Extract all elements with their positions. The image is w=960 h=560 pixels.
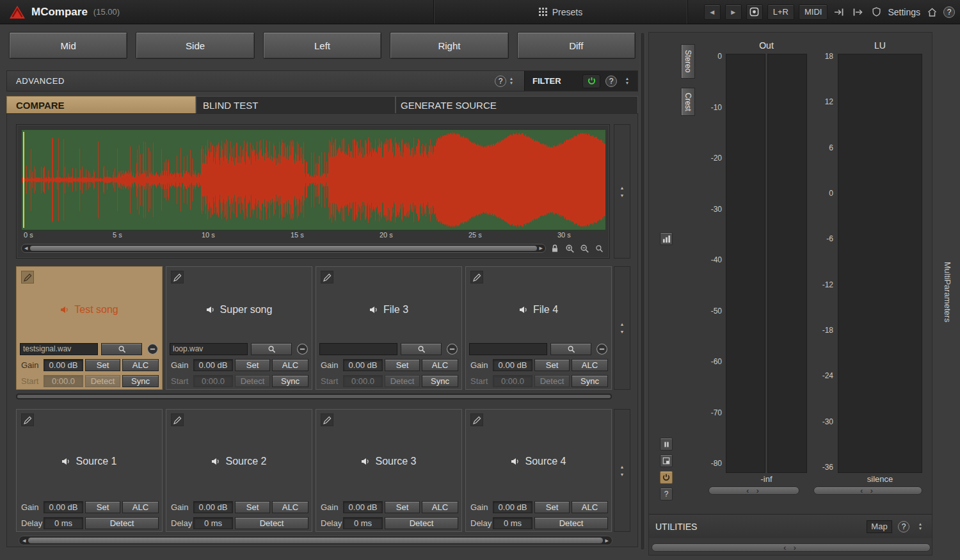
filter-help-icon[interactable]: ? xyxy=(605,76,617,87)
alc-button[interactable]: ALC xyxy=(272,501,308,513)
gain-value[interactable]: 0.00 dB xyxy=(343,359,383,371)
meter-bars-icon[interactable] xyxy=(660,232,673,245)
gain-set-button[interactable]: Set xyxy=(534,359,570,371)
sync-button[interactable]: Sync xyxy=(122,375,159,387)
edit-name-icon[interactable] xyxy=(171,413,184,426)
alc-button[interactable]: ALC xyxy=(422,501,458,513)
gain-set-button[interactable]: Set xyxy=(235,359,270,371)
source-panel-2[interactable]: Source 2 Gain 0.00 dB Set ALC Delay 0 ms… xyxy=(166,409,312,532)
browse-icon[interactable] xyxy=(101,343,142,355)
alc-button[interactable]: ALC xyxy=(122,501,159,513)
random-preset-icon[interactable] xyxy=(746,4,763,20)
remove-file-icon[interactable] xyxy=(146,342,159,355)
edit-name-icon[interactable] xyxy=(470,413,483,426)
file-panel-1[interactable]: Test song Gain 0.00 dB Set ALC Start 0:0… xyxy=(16,266,163,390)
out-meter-right-bar[interactable] xyxy=(767,54,807,473)
tab-compare[interactable]: COMPARE xyxy=(6,96,196,113)
sync-button[interactable]: Sync xyxy=(572,375,608,387)
gain-value[interactable]: 0.00 dB xyxy=(193,501,233,513)
advanced-stepper[interactable]: ▲ ▼ xyxy=(506,77,516,85)
delay-value[interactable]: 0 ms xyxy=(193,517,233,529)
files-scroll-thumb[interactable] xyxy=(17,395,611,398)
tab-blind-test[interactable]: BLIND TEST xyxy=(196,96,396,113)
out-meter[interactable] xyxy=(726,54,807,473)
channel-left-button[interactable]: Left xyxy=(263,32,381,59)
gain-value[interactable]: 0.00 dB xyxy=(493,501,532,513)
lu-meter-bar[interactable] xyxy=(838,54,922,473)
file-panel-4[interactable]: File 4 Gain 0.00 dB Set ALC Start 0:00.0… xyxy=(465,266,612,390)
utilities-stepper[interactable]: ▲ ▼ xyxy=(915,522,925,531)
gain-set-button[interactable]: Set xyxy=(385,501,420,513)
file-title[interactable]: File 4 xyxy=(466,304,611,316)
signal-out-icon[interactable] xyxy=(851,4,865,20)
tab-generate-source[interactable]: GENERATE SOURCE xyxy=(396,96,638,113)
delay-value[interactable]: 0 ms xyxy=(493,517,532,529)
previous-preset-button[interactable]: ◀ xyxy=(704,4,721,20)
start-value[interactable]: 0:00.0 xyxy=(493,375,532,387)
gain-set-button[interactable]: Set xyxy=(534,501,570,513)
alc-button[interactable]: ALC xyxy=(422,359,458,371)
popout-icon[interactable] xyxy=(660,454,673,467)
delay-detect-button[interactable]: Detect xyxy=(534,517,608,529)
melda-logo[interactable] xyxy=(9,5,26,19)
midi-button[interactable]: MIDI xyxy=(799,4,828,20)
filename-input[interactable] xyxy=(469,343,547,355)
browse-icon[interactable] xyxy=(550,343,591,355)
gain-set-button[interactable]: Set xyxy=(235,501,270,513)
alc-button[interactable]: ALC xyxy=(122,359,159,371)
gain-set-button[interactable]: Set xyxy=(85,501,120,513)
channel-diff-button[interactable]: Diff xyxy=(517,32,636,59)
waveform-scroll-thumb[interactable] xyxy=(30,246,536,251)
out-range-slider[interactable]: ‹ › xyxy=(708,486,799,495)
meter-help-icon[interactable]: ? xyxy=(660,488,673,500)
source-title[interactable]: Source 2 xyxy=(166,456,312,467)
browse-icon[interactable] xyxy=(401,343,442,355)
channel-right-button[interactable]: Right xyxy=(390,32,508,59)
delay-value[interactable]: 0 ms xyxy=(343,517,383,529)
utilities-help-icon[interactable]: ? xyxy=(898,521,909,532)
source-title[interactable]: Source 1 xyxy=(17,456,162,467)
filter-power-button[interactable] xyxy=(582,74,600,88)
file-panel-2[interactable]: Super song Gain 0.00 dB Set ALC Start 0:… xyxy=(166,266,312,390)
scroll-right-icon[interactable]: ▶ xyxy=(540,246,543,251)
sources-collapse-stepper[interactable]: ▲ ▼ xyxy=(614,409,630,532)
settings-button[interactable]: Settings xyxy=(888,7,920,17)
zoom-in-icon[interactable] xyxy=(564,243,575,253)
multiparameters-strip[interactable]: MultiParameters xyxy=(934,24,960,560)
map-button[interactable]: Map xyxy=(867,520,892,533)
meter-power-button[interactable] xyxy=(660,471,673,484)
filename-input[interactable] xyxy=(20,343,98,355)
alc-button[interactable]: ALC xyxy=(572,359,608,371)
edit-name-icon[interactable] xyxy=(21,271,34,284)
channel-mid-button[interactable]: Mid xyxy=(9,32,127,59)
zoom-reset-icon[interactable] xyxy=(593,243,605,253)
utilities-scrollbar[interactable]: ‹ › xyxy=(652,543,931,552)
source-title[interactable]: Source 4 xyxy=(466,456,611,467)
lock-icon[interactable] xyxy=(549,243,561,253)
pause-button[interactable] xyxy=(660,438,673,451)
edit-name-icon[interactable] xyxy=(470,271,483,284)
gain-value[interactable]: 0.00 dB xyxy=(193,359,233,371)
lu-meter[interactable] xyxy=(838,54,922,473)
filter-stepper[interactable]: ▲ ▼ xyxy=(622,77,632,85)
next-preset-button[interactable]: ▶ xyxy=(725,4,742,20)
scroll-left-icon[interactable]: ◀ xyxy=(24,246,28,251)
edit-name-icon[interactable] xyxy=(171,271,184,284)
gain-value[interactable]: 0.00 dB xyxy=(44,501,83,513)
gain-value[interactable]: 0.00 dB xyxy=(343,501,383,513)
main-horizontal-scrollbar[interactable]: ◀ ▶ xyxy=(19,536,612,545)
start-detect-button[interactable]: Detect xyxy=(385,375,420,387)
delay-value[interactable]: 0 ms xyxy=(44,517,83,529)
start-detect-button[interactable]: Detect xyxy=(235,375,270,387)
remove-file-icon[interactable] xyxy=(296,342,308,355)
delay-detect-button[interactable]: Detect xyxy=(385,517,458,529)
browse-icon[interactable] xyxy=(251,343,292,355)
file-title[interactable]: Super song xyxy=(166,304,312,316)
file-title[interactable]: File 3 xyxy=(316,304,461,316)
channel-mode-button[interactable]: L+R xyxy=(767,4,794,20)
start-detect-button[interactable]: Detect xyxy=(85,375,120,387)
gain-set-button[interactable]: Set xyxy=(85,359,120,371)
edit-name-icon[interactable] xyxy=(21,413,34,426)
gain-value[interactable]: 0.00 dB xyxy=(493,359,532,371)
signal-in-icon[interactable] xyxy=(832,4,846,20)
